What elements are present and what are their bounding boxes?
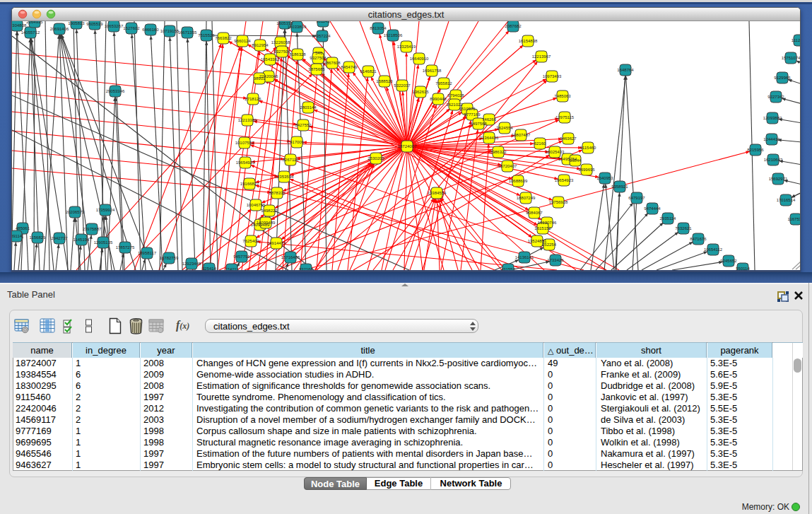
svg-text:8471676: 8471676 — [690, 237, 707, 241]
svg-text:6794028: 6794028 — [447, 93, 464, 98]
svg-text:16304808: 16304808 — [12, 23, 27, 28]
svg-text:1112043: 1112043 — [792, 38, 800, 42]
svg-text:16154838: 16154838 — [519, 39, 538, 43]
svg-text:3875685: 3875685 — [308, 67, 325, 71]
svg-text:1145194: 1145194 — [73, 238, 90, 242]
svg-text:98901: 98901 — [254, 76, 266, 81]
svg-text:3624554: 3624554 — [496, 126, 513, 130]
svg-text:14914479: 14914479 — [267, 241, 286, 245]
svg-text:16782759: 16782759 — [160, 256, 179, 260]
svg-text:2530203: 2530203 — [367, 156, 384, 160]
svg-text:62160: 62160 — [534, 141, 546, 146]
svg-text:7986322: 7986322 — [490, 150, 507, 154]
svg-text:5322037: 5322037 — [394, 83, 411, 88]
svg-text:2718126: 2718126 — [245, 97, 261, 101]
svg-text:1733426: 1733426 — [547, 258, 564, 262]
svg-text:16640910: 16640910 — [410, 57, 429, 61]
svg-text:17359924: 17359924 — [96, 208, 115, 212]
svg-text:15692971: 15692971 — [769, 177, 788, 181]
svg-text:1362615: 1362615 — [412, 90, 429, 94]
svg-text:16210643: 16210643 — [764, 158, 783, 162]
svg-text:9605519: 9605519 — [86, 22, 103, 26]
svg-text:23975887: 23975887 — [83, 227, 102, 231]
svg-text:10107552: 10107552 — [235, 141, 254, 145]
svg-text:7485063: 7485063 — [554, 94, 571, 98]
svg-text:8813054: 8813054 — [370, 26, 387, 30]
svg-text:1244419: 1244419 — [763, 137, 780, 141]
svg-text:9327508: 9327508 — [310, 56, 326, 60]
svg-text:2935114: 2935114 — [660, 216, 677, 221]
svg-text:6497568: 6497568 — [470, 122, 487, 126]
svg-text:8990448: 8990448 — [430, 97, 447, 101]
svg-text:9327506: 9327506 — [273, 49, 290, 54]
svg-text:19756928: 19756928 — [549, 200, 568, 204]
svg-text:10653267: 10653267 — [105, 24, 124, 28]
svg-text:16033809: 16033809 — [288, 25, 307, 29]
svg-text:96844: 96844 — [570, 158, 582, 163]
svg-text:9115460: 9115460 — [580, 146, 597, 150]
svg-text:1905813: 1905813 — [68, 21, 85, 25]
svg-text:17016514: 17016514 — [777, 198, 796, 202]
svg-text:10807487: 10807487 — [512, 133, 531, 137]
svg-text:9245652: 9245652 — [720, 259, 737, 263]
svg-text:14055712: 14055712 — [21, 30, 40, 35]
svg-text:9660124: 9660124 — [234, 39, 251, 43]
svg-text:9699695: 9699695 — [578, 168, 595, 172]
svg-text:12975115: 12975115 — [555, 115, 575, 119]
svg-text:4510975: 4510975 — [459, 107, 476, 111]
svg-text:16671355: 16671355 — [178, 30, 197, 35]
svg-text:1640953: 1640953 — [596, 176, 613, 180]
svg-text:14136141: 14136141 — [515, 255, 534, 259]
svg-text:16120746: 16120746 — [538, 221, 557, 225]
svg-text:12213967: 12213967 — [532, 54, 551, 59]
svg-text:9084067: 9084067 — [526, 211, 543, 215]
svg-text:15720407: 15720407 — [498, 164, 517, 168]
svg-text:7625402: 7625402 — [242, 239, 259, 243]
svg-text:16543362: 16543362 — [261, 57, 280, 62]
svg-text:1615152: 1615152 — [534, 226, 551, 230]
svg-text:20691406: 20691406 — [50, 27, 69, 31]
svg-text:18807249: 18807249 — [517, 196, 536, 200]
svg-text:10973493: 10973493 — [543, 74, 562, 78]
svg-text:6479197: 6479197 — [628, 196, 645, 200]
svg-text:1167533: 1167533 — [788, 217, 800, 221]
svg-text:9146821: 9146821 — [360, 69, 377, 74]
svg-text:8454749: 8454749 — [341, 65, 358, 69]
svg-text:252254: 252254 — [542, 243, 557, 247]
svg-text:1156829: 1156829 — [30, 235, 47, 240]
svg-text:19218506: 19218506 — [384, 33, 403, 37]
svg-text:8215956: 8215956 — [747, 148, 764, 152]
svg-text:39114: 39114 — [12, 234, 23, 238]
svg-text:2942737: 2942737 — [51, 236, 68, 240]
svg-text:9463627: 9463627 — [560, 136, 577, 141]
svg-text:6466160: 6466160 — [142, 28, 159, 32]
svg-text:17857275: 17857275 — [116, 245, 135, 250]
svg-text:15716485: 15716485 — [281, 255, 300, 259]
svg-text:961142: 961142 — [316, 21, 330, 23]
svg-text:2087682: 2087682 — [505, 24, 522, 28]
svg-text:12923448: 12923448 — [182, 262, 201, 266]
svg-text:9227342: 9227342 — [767, 95, 784, 99]
svg-text:7357224: 7357224 — [314, 34, 331, 38]
svg-text:8912954: 8912954 — [252, 43, 269, 47]
svg-text:417006: 417006 — [290, 140, 305, 144]
svg-text:8878332: 8878332 — [269, 191, 286, 195]
svg-text:1527602: 1527602 — [123, 26, 140, 30]
svg-text:8427552: 8427552 — [295, 123, 312, 127]
svg-text:14099489: 14099489 — [257, 221, 276, 225]
svg-text:2867608: 2867608 — [324, 61, 341, 65]
svg-text:8186328: 8186328 — [289, 52, 306, 57]
svg-text:8267110: 8267110 — [283, 158, 300, 162]
svg-text:13226058: 13226058 — [271, 40, 290, 45]
svg-text:1648764: 1648764 — [617, 68, 634, 72]
svg-text:18724007: 18724007 — [398, 144, 417, 148]
svg-text:546: 546 — [315, 51, 323, 55]
svg-text:485061: 485061 — [16, 226, 30, 230]
svg-text:16961758: 16961758 — [423, 69, 442, 73]
svg-text:12905135: 12905135 — [94, 240, 113, 245]
svg-text:29053346: 29053346 — [106, 89, 125, 93]
svg-text:7663822: 7663822 — [215, 36, 232, 40]
svg-text:19654925: 19654925 — [236, 160, 255, 165]
svg-text:9129965: 9129965 — [774, 76, 791, 80]
svg-text:9474444: 9474444 — [644, 206, 661, 211]
